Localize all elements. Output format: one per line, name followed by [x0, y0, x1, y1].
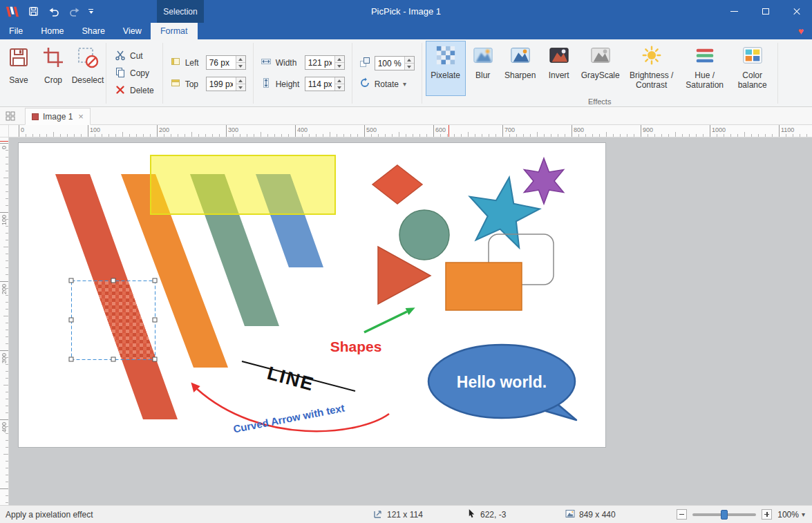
left-input[interactable] — [207, 56, 236, 69]
picpick-logo-icon — [6, 4, 19, 19]
grayscale-label: GrayScale — [581, 71, 620, 81]
rotate-button[interactable]: Rotate ▾ — [359, 77, 415, 91]
height-spin-down[interactable] — [335, 84, 344, 91]
tab-share[interactable]: Share — [73, 23, 114, 39]
copy-button[interactable]: Copy — [115, 67, 154, 80]
color-balance-icon — [742, 45, 763, 68]
vertical-ruler: 0100200300400 — [0, 137, 9, 505]
zoom-slider-thumb[interactable] — [721, 510, 728, 520]
color-balance-button[interactable]: Color balance — [731, 41, 774, 96]
image-size-value: 849 x 440 — [579, 510, 616, 520]
customize-toolbar-icon[interactable] — [88, 9, 93, 14]
top-position-row: Top — [170, 77, 246, 91]
left-spin-down[interactable] — [236, 63, 245, 69]
scale-row — [359, 56, 415, 70]
effects-group: Pixelate Blur — [423, 40, 777, 106]
width-spin-up[interactable] — [335, 56, 344, 63]
ruler-corner — [0, 125, 9, 137]
effects-group-label: Effects — [426, 97, 774, 106]
zoom-level-value: 100% — [777, 510, 799, 520]
grayscale-button[interactable]: GrayScale — [578, 41, 623, 96]
invert-button[interactable]: Invert — [542, 41, 576, 96]
circle-shape — [399, 210, 449, 260]
zoom-out-button[interactable] — [677, 509, 687, 520]
quick-access-toolbar — [0, 4, 93, 19]
left-spin-up[interactable] — [236, 56, 245, 63]
maximize-button[interactable] — [750, 0, 781, 23]
selection-group: Save Crop Deselect — [1, 40, 105, 106]
title-bar: Selection PicPick - Image 1 — [0, 0, 812, 23]
ruler-row: 010020030040050060070080090010001100 — [0, 125, 812, 137]
deselect-button[interactable]: Deselect — [71, 41, 104, 106]
deselect-button-label: Deselect — [72, 75, 104, 85]
minimize-button[interactable] — [719, 0, 750, 23]
blur-button[interactable]: Blur — [467, 41, 499, 96]
minimize-icon — [730, 11, 738, 12]
scissors-icon — [115, 50, 126, 63]
undo-icon[interactable] — [47, 4, 61, 19]
height-input[interactable] — [305, 77, 334, 91]
left-position-icon — [170, 56, 181, 69]
top-position-icon — [170, 77, 181, 91]
tab-close-icon[interactable]: × — [78, 112, 84, 121]
scale-spinbox — [375, 56, 415, 70]
scale-input[interactable] — [375, 57, 404, 70]
zoom-in-button[interactable] — [762, 509, 772, 520]
tab-home[interactable]: Home — [32, 23, 73, 39]
save-button[interactable]: Save — [2, 41, 35, 106]
cursor-icon — [467, 508, 476, 520]
ribbon-separator — [422, 43, 422, 104]
zoom-slider[interactable] — [692, 513, 756, 516]
save-icon[interactable] — [26, 4, 40, 19]
line-text: LINE — [265, 363, 317, 395]
brightness-contrast-button[interactable]: Brightness / Contrast — [625, 41, 679, 96]
scale-spin-up[interactable] — [405, 57, 414, 64]
window-controls — [719, 0, 812, 23]
blur-label: Blur — [475, 71, 490, 81]
hue-saturation-button[interactable]: Hue / Saturation — [680, 41, 730, 96]
cursor-position-item: 622, -3 — [467, 506, 506, 523]
tab-view[interactable]: View — [114, 23, 151, 39]
heart-icon[interactable]: ♥ — [798, 23, 804, 39]
speech-bubble-text: Hello world. — [457, 373, 547, 391]
highlight-rectangle — [151, 155, 335, 214]
redo-icon[interactable] — [68, 4, 82, 19]
shapes-text: Shapes — [330, 339, 382, 354]
ruler-cursor-v — [0, 141, 8, 142]
width-spin-down[interactable] — [335, 63, 344, 69]
pixelate-button[interactable]: Pixelate — [426, 41, 466, 96]
zoom-cluster: 100% ▾ — [677, 506, 805, 523]
deselect-icon — [77, 46, 99, 70]
top-spin-down[interactable] — [236, 84, 245, 91]
ribbon-separator — [162, 43, 163, 104]
scale-spin-down[interactable] — [405, 64, 414, 70]
window-layout-icon[interactable] — [0, 107, 21, 124]
ribbon-separator — [777, 43, 778, 104]
cut-button[interactable]: Cut — [115, 50, 154, 63]
grayscale-icon — [590, 45, 611, 68]
hue-saturation-icon — [695, 45, 715, 68]
crop-button[interactable]: Crop — [37, 41, 70, 106]
close-button[interactable] — [781, 0, 812, 23]
document-tab-label: Image 1 — [43, 112, 73, 122]
left-spinbox — [206, 55, 246, 70]
workspace: 0100200300400 — [0, 137, 812, 505]
top-spinbox — [206, 77, 246, 91]
delete-button[interactable]: Delete — [115, 84, 154, 97]
height-row: Height — [261, 77, 345, 91]
document-tab-image1[interactable]: Image 1 × — [25, 108, 91, 125]
height-spin-up[interactable] — [335, 77, 344, 84]
tab-format[interactable]: Format — [151, 23, 198, 39]
top-label: Top — [185, 79, 202, 89]
top-spin-up[interactable] — [236, 77, 245, 84]
left-label: Left — [185, 58, 202, 68]
tab-file[interactable]: File — [0, 23, 32, 39]
width-input[interactable] — [305, 56, 334, 69]
plus-icon — [764, 512, 769, 517]
sharpen-button[interactable]: Sharpen — [500, 41, 540, 96]
top-input[interactable] — [207, 77, 236, 91]
canvas-drawing: Shapes LINE Curved Arrow with text Hello… — [19, 143, 605, 447]
zoom-level-dropdown[interactable]: 100% ▾ — [777, 510, 805, 520]
canvas[interactable]: Shapes LINE Curved Arrow with text Hello… — [19, 143, 605, 447]
cursor-position-value: 622, -3 — [480, 510, 506, 520]
